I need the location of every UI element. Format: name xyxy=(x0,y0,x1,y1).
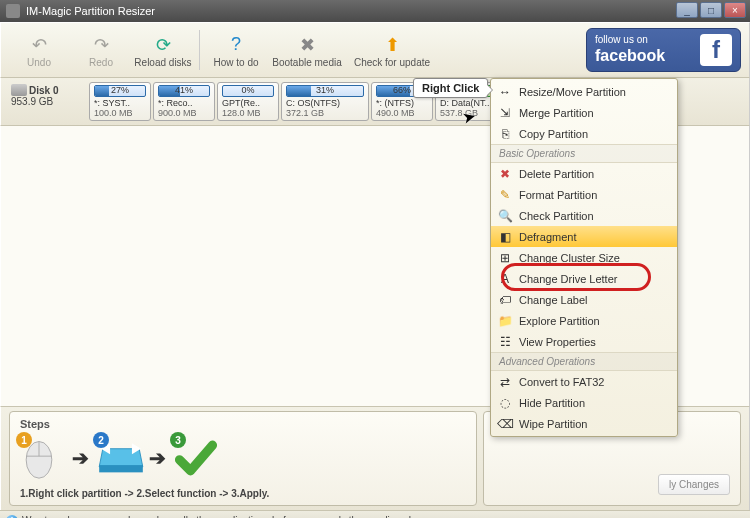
wrench-icon: ✖ xyxy=(294,33,320,57)
redo-button[interactable]: ↷ Redo xyxy=(71,26,131,74)
ctx-defragment[interactable]: ◧Defragment xyxy=(491,226,677,247)
redo-icon: ↷ xyxy=(88,33,114,57)
how-to-button[interactable]: ? How to do xyxy=(206,26,266,74)
wipe-icon: ⌫ xyxy=(497,416,513,432)
arrow-icon: ➔ xyxy=(72,446,89,470)
context-menu: ↔Resize/Move Partition ⇲Merge Partition … xyxy=(490,78,678,437)
check-icon: 🔍 xyxy=(497,208,513,224)
disk-label: Disk 0 953.9 GB xyxy=(9,82,85,109)
reload-icon: ⟳ xyxy=(150,33,176,57)
arrow-icon: ➔ xyxy=(149,446,166,470)
step3-icon: 3 xyxy=(174,436,218,480)
partition-3[interactable]: 31%C: OS(NTFS)372.1 GB xyxy=(281,82,369,121)
ctx-drive-letter[interactable]: AChange Drive Letter xyxy=(491,268,677,289)
letter-icon: A xyxy=(497,271,513,287)
partition-0[interactable]: 27%*: SYST..100.0 MB xyxy=(89,82,151,121)
step2-icon: 2 xyxy=(97,436,141,480)
disk-icon xyxy=(11,84,27,96)
svg-rect-2 xyxy=(99,465,143,472)
ctx-properties[interactable]: ☷View Properties xyxy=(491,331,677,352)
statusbar: i We strongly recommend you close all ot… xyxy=(0,510,750,518)
defrag-icon: ◧ xyxy=(497,229,513,245)
app-icon xyxy=(6,4,20,18)
titlebar: IM-Magic Partition Resizer _ □ × xyxy=(0,0,750,22)
props-icon: ☷ xyxy=(497,334,513,350)
label-icon: 🏷 xyxy=(497,292,513,308)
ctx-copy[interactable]: ⎘Copy Partition xyxy=(491,123,677,144)
undo-icon: ↶ xyxy=(26,33,52,57)
right-click-callout: Right Click xyxy=(413,78,488,98)
ctx-wipe[interactable]: ⌫Wipe Partition xyxy=(491,413,677,434)
copy-icon: ⎘ xyxy=(497,126,513,142)
facebook-button[interactable]: follow us on facebook f xyxy=(586,28,741,72)
facebook-icon: f xyxy=(700,34,732,66)
ctx-check[interactable]: 🔍Check Partition xyxy=(491,205,677,226)
hide-icon: ◌ xyxy=(497,395,513,411)
maximize-button[interactable]: □ xyxy=(700,2,722,18)
ctx-fat32[interactable]: ⇄Convert to FAT32 xyxy=(491,371,677,392)
window-title: IM-Magic Partition Resizer xyxy=(26,5,155,17)
apply-changes-button[interactable]: ly Changes xyxy=(658,474,730,495)
convert-icon: ⇄ xyxy=(497,374,513,390)
steps-title: Steps xyxy=(20,418,466,430)
ctx-section-adv: Advanced Operations xyxy=(491,352,677,371)
ctx-section-basic: Basic Operations xyxy=(491,144,677,163)
help-icon: ? xyxy=(223,33,249,57)
merge-icon: ⇲ xyxy=(497,105,513,121)
info-icon: i xyxy=(6,515,18,519)
ctx-explore[interactable]: 📁Explore Partition xyxy=(491,310,677,331)
ctx-delete[interactable]: ✖Delete Partition xyxy=(491,163,677,184)
facebook-label: follow us on facebook xyxy=(595,34,665,65)
minimize-button[interactable]: _ xyxy=(676,2,698,18)
update-icon: ⬆ xyxy=(379,33,405,57)
ctx-resize[interactable]: ↔Resize/Move Partition xyxy=(491,81,677,102)
partition-1[interactable]: 41%*: Reco..900.0 MB xyxy=(153,82,215,121)
folder-icon: 📁 xyxy=(497,313,513,329)
ctx-hide[interactable]: ◌Hide Partition xyxy=(491,392,677,413)
cluster-icon: ⊞ xyxy=(497,250,513,266)
delete-icon: ✖ xyxy=(497,166,513,182)
steps-caption: 1.Right click partition -> 2.Select func… xyxy=(20,488,466,499)
format-icon: ✎ xyxy=(497,187,513,203)
ctx-merge[interactable]: ⇲Merge Partition xyxy=(491,102,677,123)
toolbar: ↶ Undo ↷ Redo ⟳ Reload disks ? How to do… xyxy=(0,22,750,78)
close-button[interactable]: × xyxy=(724,2,746,18)
bootable-media-button[interactable]: ✖ Bootable media xyxy=(268,26,346,74)
undo-button[interactable]: ↶ Undo xyxy=(9,26,69,74)
ctx-label[interactable]: 🏷Change Label xyxy=(491,289,677,310)
check-update-button[interactable]: ⬆ Check for update xyxy=(348,26,436,74)
partition-2[interactable]: 0%GPT(Re..128.0 MB xyxy=(217,82,279,121)
step1-icon: 1 xyxy=(20,436,64,480)
ctx-format[interactable]: ✎Format Partition xyxy=(491,184,677,205)
ctx-cluster[interactable]: ⊞Change Cluster Size xyxy=(491,247,677,268)
steps-panel: Steps 1 ➔ 2 ➔ 3 1.Right click partition … xyxy=(9,411,477,506)
reload-disks-button[interactable]: ⟳ Reload disks xyxy=(133,26,193,74)
